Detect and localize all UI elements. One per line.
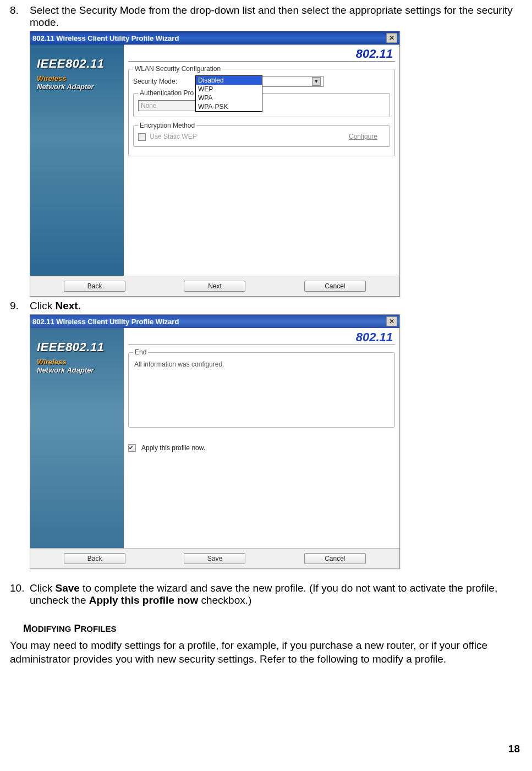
side-ieee-label: IEEE802.11 [37,340,119,354]
step-number: 8. [10,4,30,29]
dropdown-option-wep[interactable]: WEP [196,85,262,94]
brand-80211: 802.11 [128,47,395,62]
cancel-button[interactable]: Cancel [304,281,366,292]
dropdown-option-wpa[interactable]: WPA [196,94,262,102]
close-icon[interactable]: ✕ [386,316,397,326]
end-wizard-dialog: 802.11 Wireless Client Utility Profile W… [30,314,400,569]
wlan-security-legend: WLAN Security Configuration [133,65,222,73]
encryption-group: Encryption Method Use Static WEP Configu… [133,122,390,147]
step-text: Select the Security Mode from the drop-d… [30,4,522,29]
authentication-value: None [138,100,204,111]
end-legend: End [133,348,148,356]
security-mode-label: Security Mode: [133,78,194,85]
dialog-button-row: Back Save Cancel [30,548,399,568]
step-8: 8. Select the Security Mode from the dro… [10,4,522,297]
dialog-button-row: Back Next Cancel [30,276,399,296]
wlan-security-group: WLAN Security Configuration Security Mod… [128,65,395,156]
side-wireless-label: Wireless [37,74,119,83]
encryption-legend: Encryption Method [138,122,196,129]
apply-profile-label: Apply this profile now. [141,444,205,452]
use-static-wep-checkbox[interactable] [138,133,146,141]
page-number: 18 [10,743,522,755]
modifying-profiles-heading: MODIFYING PROFILES [23,623,522,635]
side-wireless-label: Wireless [37,358,119,366]
step-9: 9. Click Next. 802.11 Wireless Client Ut… [10,300,522,569]
next-button[interactable]: Next [184,281,245,292]
step-text: Click Next. [30,300,522,312]
side-adapter-label: Network Adapter [37,83,119,91]
dropdown-option-disabled[interactable]: Disabled [196,76,262,85]
modifying-profiles-paragraph: You may need to modify settings for a pr… [10,639,522,666]
step-number: 9. [10,300,30,312]
dialog-title: 802.11 Wireless Client Utility Profile W… [32,34,179,42]
side-ieee-label: IEEE802.11 [37,57,119,71]
use-static-wep-label: Use Static WEP [150,133,196,140]
chevron-down-icon[interactable]: ▼ [312,77,321,86]
dialog-main-panel: 802.11 WLAN Security Configuration Secur… [124,45,399,276]
step-10: 10. Click Save to complete the wizard an… [10,582,522,606]
back-button[interactable]: Back [64,553,125,564]
dialog-side-panel: IEEE802.11 Wireless Network Adapter [30,328,124,548]
end-text: All information was configured. [133,358,390,370]
step-text: Click Save to complete the wizard and sa… [30,582,522,606]
side-adapter-label: Network Adapter [37,366,119,374]
dialog-main-panel: 802.11 End All information was configure… [124,328,399,548]
use-static-wep-row: Use Static WEP [138,133,197,141]
end-group: End All information was configured. [128,348,395,428]
dialog-side-panel: IEEE802.11 Wireless Network Adapter [30,45,124,276]
apply-profile-row: Apply this profile now. [128,444,395,452]
dialog-titlebar: 802.11 Wireless Client Utility Profile W… [30,31,399,45]
dialog-title: 802.11 Wireless Client Utility Profile W… [32,318,179,326]
back-button[interactable]: Back [64,281,125,292]
brand-80211: 802.11 [128,330,395,345]
security-mode-dropdown[interactable]: Disabled WEP WPA WPA-PSK [195,75,262,112]
step-number: 10. [10,582,30,606]
authentication-legend: Authentication Pro [138,89,195,97]
dialog-titlebar: 802.11 Wireless Client Utility Profile W… [30,315,399,328]
dropdown-option-wpa-psk[interactable]: WPA-PSK [196,102,262,111]
apply-profile-checkbox[interactable] [128,444,136,452]
security-wizard-dialog: 802.11 Wireless Client Utility Profile W… [30,31,400,297]
cancel-button[interactable]: Cancel [304,553,366,564]
close-icon[interactable]: ✕ [386,33,397,43]
configure-button[interactable]: Configure [341,133,385,140]
save-button[interactable]: Save [184,553,245,564]
